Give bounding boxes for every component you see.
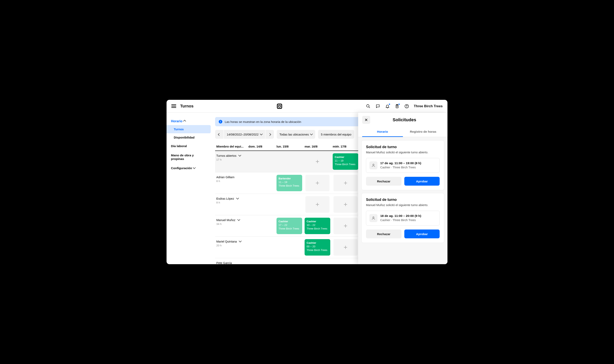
next-week-button[interactable]: [265, 130, 274, 139]
member-hours: 34 h: [216, 222, 246, 225]
request-desc: Manuel Muñoz solicitó el siguiente turno…: [366, 203, 440, 207]
plus-icon: [316, 203, 319, 206]
schedule-cell: Cashier00 – 20Three Birch Trees: [303, 237, 331, 258]
bell-icon[interactable]: [385, 104, 390, 109]
add-shift-button[interactable]: [305, 175, 329, 191]
member-name: Turnos abiertos: [216, 154, 246, 157]
col-day: mar. 16/8: [303, 142, 331, 151]
reject-button[interactable]: Rechazar: [366, 230, 401, 238]
approve-button[interactable]: Aprobar: [404, 177, 440, 186]
request-when: 17 de ag. 11:00 – 19:00 (8 h): [380, 161, 421, 165]
request-card: Solicitud de turnoManuel Muñoz solicitó …: [361, 140, 444, 190]
shift-card[interactable]: Cashier10 – 22Three Birch Trees: [305, 218, 330, 234]
shift-location: Three Birch Trees: [307, 227, 328, 231]
add-shift-button[interactable]: [333, 175, 357, 191]
member-name: Mariel Quintana: [216, 240, 246, 243]
members-filter[interactable]: 5 miembros del equipo: [318, 130, 354, 139]
member-hours: 17 h: [216, 158, 246, 161]
schedule-cell: [303, 172, 331, 194]
shift-role: Bartender: [278, 177, 300, 180]
schedule-cell: Bartender11 – 19Three Birch Trees: [275, 172, 303, 194]
schedule-cell: [275, 151, 303, 172]
notification-dot: [388, 103, 391, 105]
add-shift-button[interactable]: [305, 153, 329, 170]
reject-button[interactable]: Rechazar: [366, 177, 401, 186]
col-day: lun. 15/8: [275, 142, 303, 151]
nav-group-horario[interactable]: Horario: [166, 117, 211, 125]
add-shift-button[interactable]: [333, 196, 357, 213]
chevron-down-icon[interactable]: [238, 219, 240, 222]
org-name[interactable]: Three Birch Trees: [414, 104, 443, 108]
request-shift-box: 18 de ag. 11:00 – 20:00 (9 h)Cashier · T…: [366, 211, 440, 225]
schedule-cell: [247, 172, 275, 194]
add-shift-button[interactable]: [305, 196, 329, 213]
add-shift-button[interactable]: [333, 239, 357, 256]
chevron-down-icon[interactable]: [239, 240, 241, 243]
svg-point-10: [373, 164, 374, 165]
request-title: Solicitud de turno: [366, 198, 440, 202]
panel-title: Solicitudes: [373, 117, 443, 122]
shift-time: 00 – 20: [307, 245, 328, 248]
nav-item-turnos[interactable]: Turnos: [166, 125, 211, 133]
shift-card[interactable]: Cashier17 – 22Three Birch Trees: [276, 218, 302, 234]
member-name: Esdras López: [216, 197, 246, 200]
shift-card[interactable]: Cashier00 – 20Three Birch Trees: [305, 239, 330, 256]
shift-role: Cashier: [307, 241, 328, 245]
tab-horario[interactable]: Horario: [362, 127, 403, 137]
chevron-down-icon[interactable]: [237, 197, 239, 200]
request-shift-box: 17 de ag. 11:00 – 19:00 (8 h)Cashier · T…: [366, 158, 440, 173]
svg-point-0: [367, 104, 369, 107]
schedule-cell: [275, 258, 303, 264]
row-label: Turnos abiertos17 h: [215, 151, 247, 172]
shift-time: 11 – 19: [335, 159, 356, 163]
row-label: Esdras López8 h: [215, 194, 247, 215]
row-label: Adrian Gilliam8 h: [215, 172, 247, 194]
request-role-loc: Cashier · Three Birch Trees: [380, 166, 421, 169]
close-button[interactable]: [362, 116, 370, 124]
search-icon[interactable]: [366, 104, 371, 109]
member-name: Pete García: [216, 261, 246, 264]
shift-role: Cashier: [278, 220, 300, 223]
schedule-cell: [247, 194, 275, 215]
svg-point-7: [407, 107, 407, 107]
nav-item-mano-de-obra[interactable]: Mano de obra y propinas: [166, 151, 211, 164]
clipboard-icon[interactable]: [395, 104, 400, 109]
request-card: Solicitud de turnoManuel Muñoz solicitó …: [361, 193, 444, 243]
info-icon: i: [219, 120, 222, 123]
schedule-cell: [331, 194, 360, 215]
tab-registro[interactable]: Registro de horas: [403, 127, 444, 137]
schedule-cell: [247, 258, 275, 264]
shift-card[interactable]: Bartender11 – 19Three Birch Trees: [276, 175, 302, 191]
svg-line-1: [369, 107, 370, 108]
shift-location: Three Birch Trees: [278, 227, 300, 231]
schedule-cell: Cashier17 – 22Three Birch Trees: [275, 215, 303, 236]
chevron-down-icon: [310, 133, 313, 136]
sidebar: Horario Turnos Disponibilidad Día labora…: [166, 113, 211, 264]
shift-card[interactable]: Cashier11 – 19Three Birch Trees: [333, 153, 358, 170]
approve-button[interactable]: Aprobar: [404, 230, 440, 238]
schedule-cell: [331, 258, 360, 264]
shift-location: Three Birch Trees: [278, 184, 300, 188]
shift-role: Cashier: [335, 155, 356, 159]
nav-item-configuracion[interactable]: Configuración: [166, 164, 211, 173]
location-filter[interactable]: Todas las ubicaciones: [277, 130, 315, 139]
row-label: Manuel Muñoz34 h: [215, 215, 247, 236]
plus-icon: [344, 203, 347, 206]
col-member: Miembro del equi...: [215, 142, 247, 151]
help-icon[interactable]: [404, 104, 409, 109]
schedule-cell: [303, 258, 331, 264]
date-range-picker[interactable]: 14/08/2022–20/08/2022: [223, 130, 265, 139]
chevron-down-icon: [260, 133, 262, 136]
chevron-down-icon[interactable]: [239, 154, 241, 157]
add-shift-button[interactable]: [333, 218, 357, 234]
schedule-cell: Cashier11 – 19Three Birch Trees: [331, 151, 360, 172]
prev-week-button[interactable]: [215, 130, 223, 139]
nav-item-disponibilidad[interactable]: Disponibilidad: [166, 133, 211, 142]
svg-point-11: [373, 217, 374, 218]
shift-location: Three Birch Trees: [335, 163, 356, 166]
member-hours: 8 h: [216, 201, 246, 204]
menu-button[interactable]: [171, 104, 176, 109]
chat-icon[interactable]: [375, 104, 381, 109]
request-desc: Manuel Muñoz solicitó el siguiente turno…: [366, 151, 440, 154]
nav-item-dia-laboral[interactable]: Día laboral: [166, 142, 211, 151]
